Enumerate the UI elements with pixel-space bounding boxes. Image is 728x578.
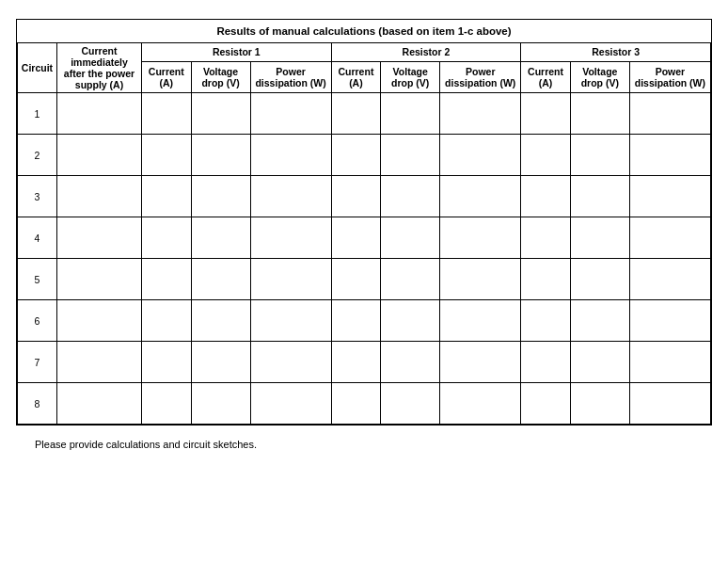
data-cell	[521, 259, 571, 300]
data-cell	[142, 135, 192, 176]
data-cell	[142, 342, 192, 383]
data-cell	[191, 93, 250, 135]
data-cell	[440, 176, 521, 217]
data-cell	[570, 135, 629, 176]
data-cell	[331, 135, 381, 176]
r3-voltage-header: Voltage drop (V)	[570, 61, 629, 92]
data-cell	[191, 135, 250, 176]
data-cell	[250, 93, 331, 135]
data-cell	[57, 259, 142, 300]
data-cell	[381, 176, 440, 217]
table-row: 8	[18, 383, 711, 425]
data-cell	[57, 176, 142, 217]
data-cell	[381, 342, 440, 383]
data-cell	[440, 259, 521, 300]
r3-power-header: Power dissipation (W)	[629, 61, 710, 92]
data-cell	[629, 217, 710, 259]
data-cell	[570, 93, 629, 135]
data-cell	[250, 176, 331, 217]
resistor3-header: Resistor 3	[521, 43, 711, 62]
data-cell	[629, 93, 710, 135]
data-cell	[142, 259, 192, 300]
data-cell	[570, 342, 629, 383]
data-cell	[331, 93, 381, 135]
data-cell	[57, 217, 142, 259]
data-cell	[629, 300, 710, 342]
data-cell	[521, 176, 571, 217]
data-cell	[521, 135, 571, 176]
data-cell	[191, 383, 250, 425]
data-cell	[440, 383, 521, 425]
data-cell	[331, 342, 381, 383]
data-cell	[521, 342, 571, 383]
data-cell	[521, 93, 571, 135]
data-cell	[57, 383, 142, 425]
resistor2-header: Resistor 2	[331, 43, 521, 62]
data-cell	[57, 135, 142, 176]
data-cell	[250, 300, 331, 342]
r1-current-header: Current (A)	[142, 61, 192, 92]
data-cell	[381, 383, 440, 425]
table-title: Results of manual calculations (based on…	[18, 20, 711, 43]
data-cell	[331, 217, 381, 259]
data-cell	[440, 300, 521, 342]
data-cell	[250, 383, 331, 425]
circuit-number: 5	[18, 259, 57, 300]
data-cell	[521, 300, 571, 342]
data-cell	[142, 217, 192, 259]
resistor1-header: Resistor 1	[142, 43, 332, 62]
r2-voltage-header: Voltage drop (V)	[381, 61, 440, 92]
table-row: 3	[18, 176, 711, 217]
data-cell	[440, 135, 521, 176]
table-row: 6	[18, 300, 711, 342]
circuit-header: Circuit	[18, 43, 57, 93]
data-cell	[331, 259, 381, 300]
data-cell	[191, 259, 250, 300]
data-cell	[331, 383, 381, 425]
data-cell	[629, 342, 710, 383]
data-cell	[142, 383, 192, 425]
data-cell	[250, 217, 331, 259]
data-cell	[381, 217, 440, 259]
data-cell	[191, 217, 250, 259]
data-cell	[57, 300, 142, 342]
data-cell	[331, 300, 381, 342]
data-cell	[440, 342, 521, 383]
data-cell	[142, 300, 192, 342]
data-cell	[440, 93, 521, 135]
r1-power-header: Power dissipation (W)	[250, 61, 331, 92]
data-cell	[521, 383, 571, 425]
table-row: 2	[18, 135, 711, 176]
data-cell	[191, 342, 250, 383]
data-cell	[629, 383, 710, 425]
circuit-number: 6	[18, 300, 57, 342]
data-cell	[57, 93, 142, 135]
circuit-number: 1	[18, 93, 57, 135]
data-cell	[142, 93, 192, 135]
data-cell	[629, 176, 710, 217]
data-cell	[142, 176, 192, 217]
results-table: Results of manual calculations (based on…	[17, 20, 711, 425]
data-cell	[570, 259, 629, 300]
circuit-number: 7	[18, 342, 57, 383]
data-cell	[250, 135, 331, 176]
circuit-number: 4	[18, 217, 57, 259]
data-cell	[570, 217, 629, 259]
data-cell	[570, 176, 629, 217]
data-cell	[250, 259, 331, 300]
circuit-number: 3	[18, 176, 57, 217]
table-row: 5	[18, 259, 711, 300]
data-cell	[629, 259, 710, 300]
data-cell	[521, 217, 571, 259]
data-cell	[191, 176, 250, 217]
data-cell	[57, 342, 142, 383]
data-cell	[381, 300, 440, 342]
data-cell	[250, 342, 331, 383]
data-cell	[440, 217, 521, 259]
data-cell	[381, 93, 440, 135]
circuit-number: 8	[18, 383, 57, 425]
r3-current-header: Current (A)	[521, 61, 571, 92]
circuit-number: 2	[18, 135, 57, 176]
data-cell	[331, 176, 381, 217]
table-row: 7	[18, 342, 711, 383]
